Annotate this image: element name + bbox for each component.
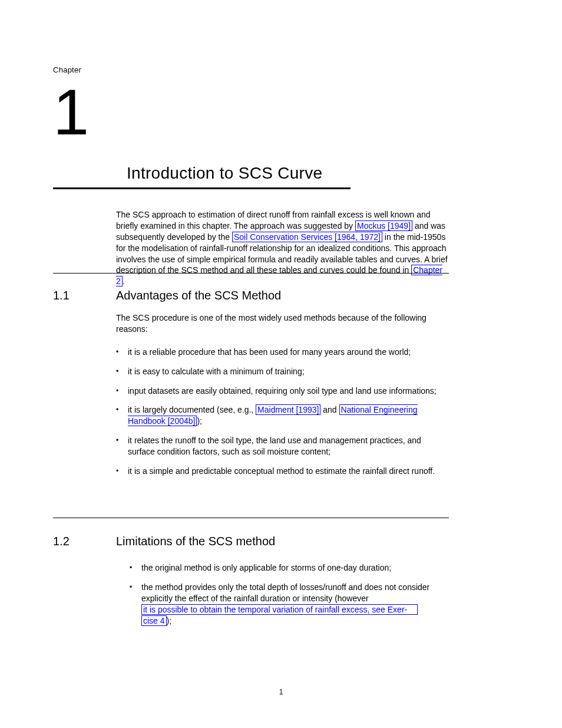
list-item: the method provides only the total depth… (130, 582, 451, 627)
section-2-body: the original method is only applicable f… (130, 560, 451, 634)
section-title: Limitations of the SCS method (116, 533, 275, 549)
list-text: ); (167, 616, 172, 625)
list-item: it relates the runoff to the soil type, … (116, 435, 449, 457)
link-exercise-4-line1[interactable]: it is possible to obtain the temporal va… (141, 604, 418, 615)
link-exercise-4-line2[interactable]: cise 4 (141, 615, 167, 627)
section-rule (53, 273, 449, 274)
list-text: it relates the runoff to the soil type, … (128, 436, 421, 456)
section-title: Advantages of the SCS Method (116, 288, 281, 304)
title-rule (53, 187, 351, 189)
link-maidment-1993[interactable]: Maidment [1993] (256, 404, 320, 415)
list-text: the original method is only applicable f… (141, 563, 391, 572)
list-item: it is largely documented (see, e.g., Mai… (116, 404, 449, 427)
section-1-body: The SCS procedure is one of the most wid… (116, 312, 449, 485)
list-text: it is a simple and predictable conceptua… (128, 466, 435, 476)
list-text: it is a reliable procedure that has been… (128, 347, 411, 357)
page-number: 1 (0, 687, 562, 697)
section-rule (53, 518, 449, 518)
list-item: input datasets are easily obtained, requ… (116, 386, 449, 397)
list-text: it is easy to calculate with a minimum o… (128, 367, 305, 376)
advantages-list: it is a reliable procedure that has been… (116, 347, 449, 477)
link-mockus-1949[interactable]: Mockus [1949] (355, 220, 412, 231)
chapter-number: 1 (53, 80, 87, 144)
list-text: and (320, 405, 339, 414)
list-text: the method provides only the total depth… (141, 582, 429, 603)
list-item: it is a reliable procedure that has been… (116, 347, 449, 358)
limitations-list: the original method is only applicable f… (130, 562, 451, 626)
list-text: ); (197, 416, 202, 426)
section-number: 1.1 (53, 288, 70, 304)
chapter-title: Introduction to SCS Curve (127, 162, 322, 185)
list-text: it is largely documented (see, e.g., (128, 405, 256, 414)
intro-block: The SCS approach to estimation of direct… (116, 209, 449, 289)
section-lead: The SCS procedure is one of the most wid… (116, 312, 449, 335)
list-item: it is a simple and predictable conceptua… (116, 466, 449, 477)
list-item: it is easy to calculate with a minimum o… (116, 366, 449, 377)
list-item: the original method is only applicable f… (130, 562, 451, 574)
link-scs-1964-1972[interactable]: Soil Conservation Services [1964, 1972] (232, 232, 382, 242)
section-number: 1.2 (53, 533, 70, 549)
list-text: input datasets are easily obtained, requ… (128, 386, 437, 396)
chapter-label: Chapter (53, 65, 81, 75)
